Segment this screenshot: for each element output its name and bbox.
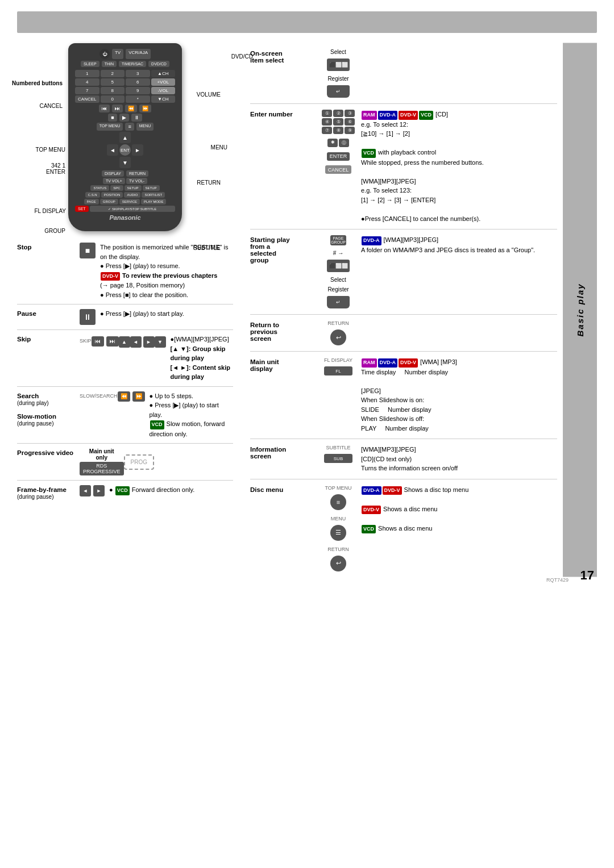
play-btn[interactable]: ▶ [119, 114, 129, 122]
frame-next-btn[interactable]: ► [93, 485, 105, 496]
cancel-num-btn[interactable]: CANCEL [325, 165, 352, 174]
return-disc-btn[interactable]: ↩ [330, 556, 346, 571]
setup-btn[interactable]: SETUP [125, 185, 142, 191]
nav-down-btn[interactable]: ▼ [119, 157, 131, 168]
enter-center-btn[interactable]: ENT [119, 144, 131, 156]
timer-btn[interactable]: TIMER/SAC [119, 61, 146, 67]
page-container: ⏻ TV VCR/AJA SLEEP THIN TIMER/SAC DVD/CD [0, 0, 614, 589]
fl-display-main-btn[interactable]: FL [324, 366, 352, 375]
numbered-buttons-label: Numbered buttons [6, 80, 63, 86]
menu-center-btn[interactable]: ≡ [125, 123, 134, 131]
moresetup-btn[interactable]: SETUP [143, 185, 160, 191]
playmode-btn[interactable]: PLAY MODE [141, 199, 166, 205]
num0-btn[interactable]: 0 [101, 95, 125, 103]
fl-display-btn-label: FL DISPLAY [324, 357, 352, 363]
ch-up-btn[interactable]: ▲CH [151, 70, 176, 77]
red-btn[interactable]: SET [75, 206, 89, 212]
num2-btn[interactable]: 2 [101, 70, 125, 77]
enter-6[interactable]: ⑥ [345, 118, 355, 126]
page-btn[interactable]: PAGE [84, 199, 99, 205]
num8-btn[interactable]: 8 [101, 87, 125, 94]
vol-up-btn[interactable]: +VOL [151, 78, 176, 86]
enter-0[interactable]: ⓪ [339, 139, 349, 147]
starting-play-label: Starting playfrom aselectedgroup [250, 235, 316, 264]
slow-rew-btn[interactable]: ⏪ [118, 391, 130, 402]
skip-left-btn[interactable]: ◄ [130, 336, 142, 348]
cancel-btn[interactable]: CANCEL [75, 95, 99, 103]
enter-5[interactable]: ⑤ [333, 118, 343, 126]
enter-9[interactable]: ⑨ [345, 127, 355, 134]
enter-4[interactable]: ④ [322, 118, 332, 126]
skip-next-btn[interactable]: ⏭ [106, 336, 119, 347]
csn-btn[interactable]: C.S.N [85, 192, 100, 198]
num5-btn[interactable]: 5 [101, 78, 125, 86]
fwd-btn[interactable]: ⏩ [139, 105, 151, 112]
skip-right-btn[interactable]: ► [143, 336, 155, 348]
stop-button[interactable]: ■ [80, 243, 96, 258]
ch-down-btn[interactable]: ▼CH [151, 95, 176, 103]
register-btn[interactable]: ↵ [327, 85, 350, 98]
vol-down-btn[interactable]: -VOL [151, 87, 176, 94]
nav-up-btn[interactable]: ▲ [119, 132, 131, 143]
position-btn[interactable]: POSITION [101, 192, 123, 198]
skip-up-btn[interactable]: ▲ [119, 336, 130, 348]
enter-star[interactable]: ✱ [327, 139, 338, 147]
menu-btn[interactable]: MENU [136, 123, 154, 131]
tv-btn[interactable]: TV [112, 49, 123, 59]
group-register-btn[interactable]: ↵ [327, 296, 350, 308]
prev-btn[interactable]: ⏮ [99, 105, 110, 112]
skip-down-btn[interactable]: ▼ [155, 336, 166, 348]
numstar-btn[interactable]: * [126, 95, 150, 103]
audio-btn[interactable]: AUDIO [124, 192, 140, 198]
sortlist-btn[interactable]: SORT/LIST [142, 192, 165, 198]
return-round-btn[interactable]: ↩ [330, 329, 346, 345]
spc-btn[interactable]: SPC [110, 185, 123, 191]
nav-left-btn[interactable]: ◄ [107, 144, 118, 156]
display-btn[interactable]: DISPLAY [102, 170, 124, 177]
enter-btn[interactable]: ENTER [327, 152, 350, 161]
slow-fwd-btn[interactable]: ⏩ [132, 391, 145, 402]
top-menu-round-btn[interactable]: ≡ [330, 494, 346, 510]
number-grid: 1 2 3 ▲CH 4 5 6 +VOL 7 8 9 -VOL [75, 70, 175, 103]
num7-btn[interactable]: 7 [75, 87, 99, 94]
num4-btn[interactable]: 4 [75, 78, 99, 86]
sleep-btn[interactable]: SLEEP [81, 61, 99, 67]
skip-prev-btn[interactable]: ⏮ [92, 336, 104, 347]
rds-progressive-btn[interactable]: RDSPROGRESSIVE [80, 462, 124, 475]
select-btn[interactable]: ⬛⬜⬜ [327, 59, 350, 71]
num1-btn[interactable]: 1 [75, 70, 99, 77]
enter-2[interactable]: ② [333, 110, 343, 117]
pause-button[interactable]: ⏸ [80, 309, 96, 325]
menu-round-btn[interactable]: ☰ [330, 525, 346, 541]
page-group-btn[interactable]: PAGEGROUP [330, 235, 346, 245]
tv-vol-btn[interactable]: TV VOL+ [103, 178, 125, 184]
stop-btn[interactable]: ■ [108, 114, 117, 122]
starting-play-section: Starting playfrom aselectedgroup PAGEGRO… [250, 229, 557, 315]
next-btn[interactable]: ⏭ [112, 105, 123, 112]
status-btn[interactable]: STATUS [90, 185, 109, 191]
group-select-btn[interactable]: ⬛⬜⬜ [327, 260, 350, 272]
return-btn[interactable]: RETURN [126, 170, 148, 177]
num9-btn[interactable]: 9 [126, 87, 150, 94]
nav-right-btn[interactable]: ► [132, 144, 143, 156]
power-btn[interactable]: ⏻ [99, 49, 110, 59]
enter-8[interactable]: ⑧ [333, 127, 343, 134]
num3-btn[interactable]: 3 [126, 70, 150, 77]
group-btn[interactable]: GROUP [100, 199, 118, 205]
thin-btn[interactable]: THIN [102, 61, 117, 67]
vcraja-btn[interactable]: VCR/AJA [126, 49, 151, 59]
num6-btn[interactable]: 6 [126, 78, 150, 86]
checkmark-btn[interactable]: ✓ SKIP/PLAY/STOP SUBTITLE [90, 206, 175, 212]
pause-btn[interactable]: ⏸ [131, 114, 142, 122]
tv-vol2-btn[interactable]: TV VOL- [126, 178, 147, 184]
frame-prev-btn[interactable]: ◄ [80, 485, 91, 496]
top-menu-btn[interactable]: TOP MENU [97, 123, 123, 131]
service-btn[interactable]: SERVICE [119, 199, 140, 205]
rew-btn[interactable]: ⏪ [125, 105, 137, 112]
subtitle-main-btn[interactable]: SUB [324, 454, 352, 463]
enter-7[interactable]: ⑦ [322, 127, 332, 134]
enter-3[interactable]: ③ [345, 110, 355, 117]
enter-1[interactable]: ① [322, 110, 332, 117]
stop-content: ■ The position is memorized while "RESUM… [80, 243, 233, 299]
dvdcd-mode-btn[interactable]: DVD/CD [148, 61, 169, 67]
